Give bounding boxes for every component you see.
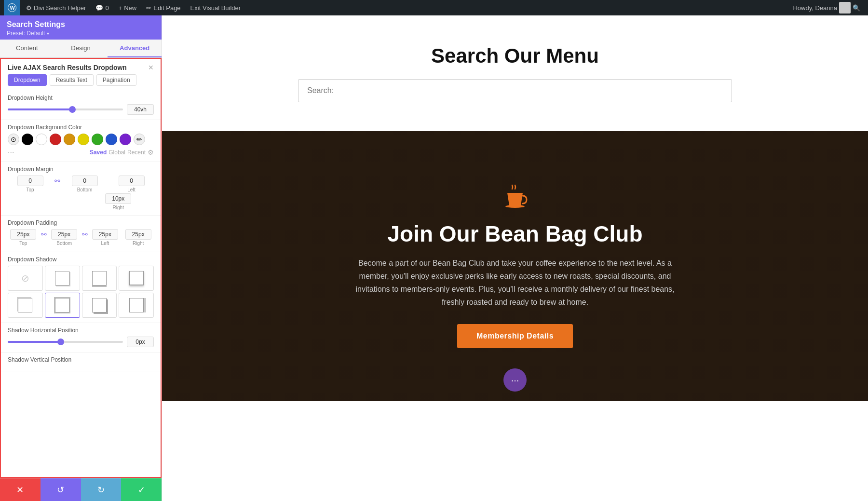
color-tab-global[interactable]: Global [108,149,125,156]
close-icon[interactable]: ✕ [148,64,154,71]
padding-left-right-link[interactable]: ⚯ [82,230,88,246]
cancel-button[interactable]: ✕ [0,478,41,501]
eyedropper-icon[interactable]: ⊙ [8,134,19,145]
padding-bottom-input[interactable] [51,229,77,240]
divi-search-helper[interactable]: ⚙ Divi Search Helper [22,0,90,15]
padding-right-input[interactable] [125,229,151,240]
margin-top-group: Top [8,176,53,192]
dropdown-bg-color-group: Dropdown Background Color ⊙ ✏ ··· Saved [1,120,161,162]
margin-left-group: Left [109,176,154,192]
padding-right-group: Right [122,229,154,246]
tab-design[interactable]: Design [54,40,108,57]
preset-caret-icon: ▾ [47,31,49,36]
coffee-cup-icon [502,184,528,213]
shadow-box-3 [129,271,144,285]
shadow-option-1[interactable] [45,266,80,291]
admin-bar: W ⚙ Divi Search Helper 💬 0 + New ✏ Edit … [0,0,868,15]
page-content: Search Our Menu Join Our Bean Ba [162,15,868,501]
color-tab-saved[interactable]: Saved [90,149,107,156]
comments-link[interactable]: 💬 0 [92,0,112,15]
dropdown-shadow-label: Dropdown Shadow [8,256,154,263]
swatch-green[interactable] [92,134,103,145]
subtab-dropdown[interactable]: Dropdown [8,74,47,86]
margin-right-input[interactable] [105,193,131,204]
padding-left-input[interactable] [92,229,118,240]
shadow-horizontal-label: Shadow Horizontal Position [8,327,154,334]
swatch-orange[interactable] [64,134,75,145]
shadow-option-5[interactable] [45,293,80,318]
dropdown-height-value[interactable]: 40vh [127,104,154,115]
shadow-h-fill [8,341,60,343]
svg-point-2 [505,205,525,208]
shadow-none-option[interactable]: ⊘ [8,266,43,291]
redo-button[interactable]: ↻ [81,478,122,501]
subtab-pagination[interactable]: Pagination [96,74,136,86]
more-colors-icon[interactable]: ··· [8,148,14,157]
swatch-red[interactable] [50,134,61,145]
color-tab-recent[interactable]: Recent [127,149,146,156]
padding-top-bottom-link[interactable]: ⚯ [41,230,47,246]
save-button[interactable]: ✓ [121,478,162,501]
undo-button[interactable]: ↺ [41,478,81,501]
padding-bottom-label: Bottom [56,241,72,246]
main-layout: Search Settings Preset: Default ▾ Conten… [0,15,868,501]
padding-top-group: Top [8,229,39,246]
edit-page-link[interactable]: ✏ Edit Page [142,0,184,15]
margin-left-label: Left [127,187,136,192]
swatch-yellow[interactable] [78,134,89,145]
membership-button[interactable]: Membership Details [457,324,573,348]
shadow-horizontal-slider-row: 0px [8,337,154,347]
coffee-heading: Join Our Bean Bag Club [387,221,642,247]
color-tabs-row: ··· Saved Global Recent ⚙ [8,148,154,157]
dropdown-margin-label: Dropdown Margin [8,166,154,173]
shadow-box-6 [92,298,107,312]
wp-logo[interactable]: W [4,0,20,15]
dots-menu-button[interactable]: ··· [503,368,527,392]
margin-left-input[interactable] [119,176,145,186]
padding-right-label: Right [133,241,144,246]
slider-thumb[interactable] [69,106,76,113]
pencil-color-icon[interactable]: ✏ [134,134,145,145]
search-section: Search Our Menu [162,15,868,131]
panel-content: Live AJAX Search Results Dropdown ✕ Drop… [0,58,162,478]
color-swatches: ⊙ ✏ [8,134,154,145]
padding-top-input[interactable] [10,229,36,240]
swatch-purple[interactable] [120,134,131,145]
margin-bottom-input[interactable] [72,176,98,186]
tab-content[interactable]: Content [0,40,54,57]
dropdown-height-group: Dropdown Height 40vh [1,91,161,120]
settings-panel: Search Settings Preset: Default ▾ Conten… [0,15,162,501]
margin-top-input[interactable] [17,176,43,186]
tab-advanced[interactable]: Advanced [108,40,162,57]
new-item-link[interactable]: + New [115,0,141,15]
swatch-black[interactable] [22,134,33,145]
search-icon: 🔍 [853,4,860,12]
swatch-blue[interactable] [106,134,117,145]
section-title: Live AJAX Search Results Dropdown [8,64,127,71]
swatch-white[interactable] [36,134,47,145]
shadow-h-thumb[interactable] [57,339,64,345]
howdy-user[interactable]: Howdy, Deanna 🔍 [789,0,864,15]
slider-fill [8,108,71,110]
margin-right-label: Right [113,205,124,210]
shadow-option-6[interactable] [82,293,117,318]
panel-preset[interactable]: Preset: Default ▾ [7,30,155,37]
margin-link-icon[interactable]: ⚯ [54,177,60,192]
color-settings-icon[interactable]: ⚙ [148,149,154,156]
search-title: Search Our Menu [431,44,599,68]
shadow-option-7[interactable] [119,293,154,318]
search-input[interactable] [298,79,732,102]
divi-icon: ⚙ [26,4,32,12]
shadow-horizontal-slider[interactable] [8,341,123,343]
padding-bottom-group: Bottom [49,229,80,246]
coffee-body-text: Become a part of our Bean Bag Club and t… [346,257,684,309]
shadow-option-2[interactable] [82,266,117,291]
exit-builder-link[interactable]: Exit Visual Builder [187,0,245,15]
shadow-option-3[interactable] [119,266,154,291]
subtab-results-text[interactable]: Results Text [50,74,94,86]
shadow-option-4[interactable] [8,293,43,318]
dropdown-shadow-group: Dropdown Shadow ⊘ [1,252,161,323]
dropdown-height-slider[interactable] [8,108,123,110]
shadow-horizontal-value[interactable]: 0px [127,337,154,347]
plus-icon: + [119,4,122,12]
